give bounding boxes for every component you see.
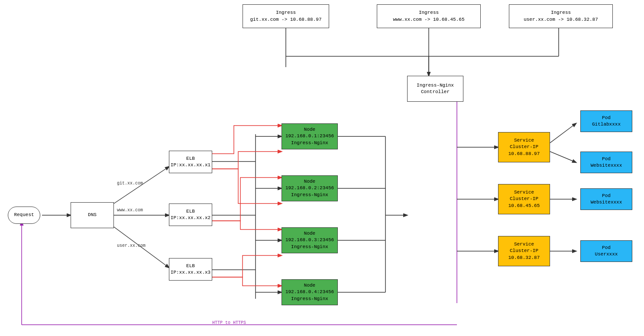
pod4-label: PodUserxxxx xyxy=(595,245,618,258)
ingress2-label: Ingresswww.xx.com -> 10.68.45.65 xyxy=(393,10,464,23)
service1-label: ServiceCluster-IP10.68.88.97 xyxy=(508,137,540,157)
node2-label: Node192.168.0.2:23456Ingress-Nginx xyxy=(285,178,334,198)
git-label: git.xx.com xyxy=(117,181,143,186)
dns-node: DNS xyxy=(71,202,114,228)
node4: Node192.168.0.4:23456Ingress-Nginx xyxy=(282,279,338,305)
node3: Node192.168.0.3:23456Ingress-Nginx xyxy=(282,227,338,253)
pod1-label: PodGitlabxxxx xyxy=(592,115,621,128)
dns-label: DNS xyxy=(88,212,97,218)
service2-label: ServiceCluster-IP10.68.45.65 xyxy=(508,189,540,209)
node1-label: Node192.168.0.1:23456Ingress-Nginx xyxy=(285,126,334,146)
http-https-label: HTTP to HTTPS xyxy=(212,320,246,325)
elb2-node: ELBIP:xx.xx.xx.x2 xyxy=(169,204,212,226)
pod3: PodWebsitexxxx xyxy=(580,188,632,210)
www-label: www.xx.com xyxy=(117,208,143,213)
service2: ServiceCluster-IP10.68.45.65 xyxy=(498,184,550,214)
ingress-nginx-controller-label: Ingress-NginxController xyxy=(417,82,454,96)
ingress2-box: Ingresswww.xx.com -> 10.68.45.65 xyxy=(377,4,481,28)
elb3-node: ELBIP:xx.xx.xx.x3 xyxy=(169,258,212,281)
service3-label: ServiceCluster-IP10.68.32.87 xyxy=(508,241,540,261)
ingress1-box: Ingressgit.xx.com -> 10.68.88.97 xyxy=(243,4,329,28)
service3: ServiceCluster-IP10.68.32.87 xyxy=(498,236,550,266)
pod4: PodUserxxxx xyxy=(580,240,632,262)
ingress3-box: Ingressuser.xx.com -> 10.68.32.87 xyxy=(509,4,613,28)
svg-line-27 xyxy=(550,123,576,143)
diagram-container: Request DNS git.xx.com www.xx.com user.x… xyxy=(0,0,644,336)
elb1-label: ELBIP:xx.xx.xx.x1 xyxy=(171,155,210,169)
elb2-label: ELBIP:xx.xx.xx.x2 xyxy=(171,208,210,222)
elb3-label: ELBIP:xx.xx.xx.x3 xyxy=(171,263,210,276)
node3-label: Node192.168.0.3:23456Ingress-Nginx xyxy=(285,230,334,250)
pod2-label: PodWebsitexxxx xyxy=(591,156,622,169)
service1: ServiceCluster-IP10.68.88.97 xyxy=(498,132,550,162)
pod3-label: PodWebsitexxxx xyxy=(591,193,622,206)
request-node: Request xyxy=(8,207,40,224)
node2: Node192.168.0.2:23456Ingress-Nginx xyxy=(282,175,338,201)
svg-line-28 xyxy=(550,152,576,162)
user-label: user.xx.com xyxy=(117,243,146,248)
elb1-node: ELBIP:xx.xx.xx.x1 xyxy=(169,151,212,173)
ingress1-label: Ingressgit.xx.com -> 10.68.88.97 xyxy=(250,10,321,23)
node4-label: Node192.168.0.4:23456Ingress-Nginx xyxy=(285,282,334,302)
request-label: Request xyxy=(14,212,34,218)
node1: Node192.168.0.1:23456Ingress-Nginx xyxy=(282,123,338,149)
ingress3-label: Ingressuser.xx.com -> 10.68.32.87 xyxy=(524,10,598,23)
pod2: PodWebsitexxxx xyxy=(580,152,632,173)
pod1: PodGitlabxxxx xyxy=(580,110,632,132)
ingress-nginx-controller: Ingress-NginxController xyxy=(407,76,463,102)
